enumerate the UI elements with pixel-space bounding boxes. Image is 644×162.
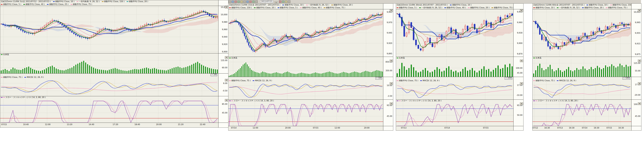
axis-menu-button[interactable]: ▼: [225, 99, 228, 102]
print-icon[interactable]: [237, 0, 240, 3]
indicator-legend-item: 移動平均( Close, 10 ): [533, 6, 555, 9]
legend-color-swatch: [232, 100, 233, 101]
axis-menu-button[interactable]: ▼: [225, 56, 228, 59]
macd-chart[interactable]: [396, 82, 513, 100]
section-divider: [0, 6, 228, 6]
price-chart[interactable]: [533, 9, 631, 56]
section-divider: [228, 9, 393, 9]
stochastics-label: スロー・ストキャスティクス( 14, 3, 80, 20 ): [6, 96, 46, 98]
stoch-axis-tick: 45.00: [383, 115, 392, 117]
time-axis-label: 20:00: [284, 126, 292, 130]
volume-section-label-row: 出来高: [396, 56, 513, 59]
stoch-chart[interactable]: [533, 102, 631, 126]
legend-color-swatch: [127, 1, 128, 2]
legend-color-swatch: [254, 8, 256, 8]
time-axis-label: 20:00: [155, 123, 162, 126]
indicator-legend-item: 移動平均( Close, 75 ): [229, 80, 250, 82]
stoch-chart-canvas: [0, 99, 218, 122]
price-axis-tick: 10,000: [218, 14, 228, 16]
price-axis-tick: 9,920: [218, 43, 228, 46]
time-axis-label: 22:40: [199, 123, 206, 126]
bar-chart-icon[interactable]: [249, 0, 252, 3]
zoom-out-icon[interactable]: [282, 0, 284, 3]
price-chart[interactable]: [396, 9, 513, 56]
axis-menu-button[interactable]: ▼: [520, 102, 523, 105]
axis-menu-button[interactable]: ▼: [225, 6, 228, 8]
value-axis-column: 9,9959,9709,9459,9209,895850.00350.0010.…: [383, 4, 393, 130]
indicator-legend-item: 移動平均( Close, 5 ): [397, 6, 417, 9]
price-axis-tick: 9,960: [514, 22, 522, 24]
toolbar-date-field[interactable]: 2011/07/15: [260, 0, 273, 3]
time-axis: 07/1216:3007/1316:3007/1416:3007/1516:30: [533, 126, 631, 130]
stoch-chart[interactable]: [0, 99, 218, 122]
macd-section-label-row: 移動平均( Close, 75 )MACD( 12, 26, 9 ): [0, 76, 218, 79]
volume-chart[interactable]: [228, 59, 383, 77]
axis-menu-button[interactable]: ▼: [638, 82, 641, 85]
axis-menu-button[interactable]: ▼: [520, 60, 523, 62]
zoom-in-icon[interactable]: [279, 0, 282, 3]
indicator-label: 移動平均( Close, 75 ): [399, 80, 418, 82]
macd-chart[interactable]: [533, 82, 631, 100]
indicator-legend-item: 移動平均( Close, 10 ): [282, 4, 304, 6]
axis-menu-button[interactable]: ▼: [520, 82, 523, 85]
time-axis-label: 07/15: [0, 123, 8, 126]
new-chart-icon[interactable]: [228, 0, 231, 3]
macd-axis-tick: 6.00: [218, 82, 228, 84]
price-chart[interactable]: [0, 6, 218, 53]
macd-chart[interactable]: [228, 82, 383, 100]
axis-menu-button[interactable]: ▼: [390, 82, 393, 85]
volume-chart[interactable]: [0, 56, 218, 73]
volume-label: 出来高: [399, 57, 405, 59]
open-icon[interactable]: [232, 0, 234, 3]
settings-icon[interactable]: [255, 0, 258, 3]
candlestick-icon[interactable]: [243, 0, 246, 3]
axis-menu-button[interactable]: ▼: [520, 9, 523, 12]
volume-axis-tick: 125.00: [632, 62, 640, 64]
price-chart[interactable]: [228, 9, 383, 56]
indicator-label: MACD( 12, 26, 9 ): [422, 80, 440, 82]
time-axis-label: 07/15: [606, 126, 613, 130]
indicator-label: 移動平均( Close, 75 ): [494, 6, 513, 9]
axis-menu-button[interactable]: ▼: [638, 60, 641, 62]
axis-menu-button[interactable]: ▼: [390, 102, 393, 105]
axis-menu-button[interactable]: ▼: [225, 79, 228, 82]
indicator-legend-item: MACD( 12, 26, 9 ): [253, 80, 272, 82]
chart-window: 日経225mini 11/09( 15分足 2011/07/07 - 2011/…: [228, 4, 393, 130]
stoch-chart[interactable]: [228, 102, 383, 126]
price-axis-tick: 9,920: [383, 42, 392, 44]
price-axis-tick: 9,940: [218, 36, 228, 38]
macd-chart[interactable]: [0, 79, 218, 96]
volume-chart[interactable]: [533, 59, 631, 77]
section-divider: [396, 9, 523, 9]
grid-icon[interactable]: [252, 0, 255, 3]
indicator-legend-item: 一目均衡表( 9, 26, 52 ): [76, 0, 100, 2]
axis-menu-button[interactable]: ▼: [390, 9, 393, 12]
section-divider: [228, 100, 393, 100]
axis-menu-button[interactable]: ▼: [638, 9, 641, 12]
axis-menu-button[interactable]: ▼: [390, 60, 393, 62]
value-axis-column: 9,9909,9609,9309,9009,870100.0045.0017.0…: [513, 4, 523, 130]
time-axis-label: 07/12: [533, 126, 539, 130]
line-chart-icon[interactable]: [246, 0, 249, 3]
refresh-icon[interactable]: [288, 0, 290, 3]
stoch-chart[interactable]: [396, 102, 513, 126]
section-divider: [396, 56, 523, 57]
time-axis-label: 16:30: [544, 126, 551, 130]
save-icon[interactable]: [234, 0, 237, 3]
time-axis: 07/1412:0020:0007/1512:0020:00: [228, 126, 383, 130]
section-divider: [396, 77, 523, 77]
legend-color-swatch: [282, 5, 284, 5]
time-axis-label: 07/14: [581, 126, 588, 130]
price-axis-tick: 9,875: [632, 53, 640, 55]
copy-icon[interactable]: [240, 0, 243, 3]
volume-chart[interactable]: [396, 59, 513, 77]
axis-menu-button[interactable]: ▼: [638, 102, 641, 105]
indicator-label: 移動平均( Close, 10 ): [285, 4, 304, 6]
chart-window: 日経225mini 11/09( 60分足 2011/07/07 - 2011/…: [532, 4, 642, 130]
legend-color-swatch: [229, 58, 231, 58]
time-axis-label: 14:40: [88, 123, 95, 126]
price-axis-tick: 9,995: [632, 22, 640, 24]
legend-color-swatch: [582, 8, 584, 8]
crosshair-icon[interactable]: [285, 0, 288, 3]
chart-header-row-2: 移動平均( Close, 10 )一目均衡表( 9, 26, 52 )移動平均(…: [533, 6, 641, 9]
